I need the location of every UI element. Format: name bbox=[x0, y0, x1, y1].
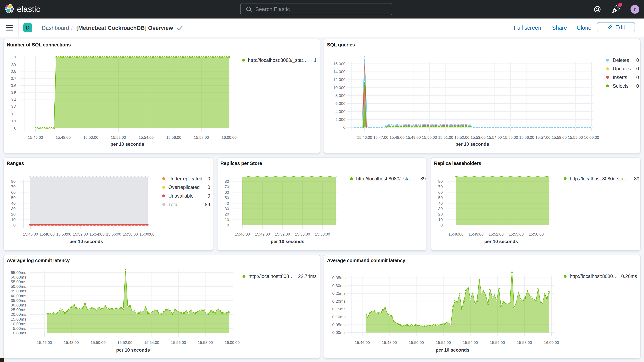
svg-text:15:48:00: 15:48:00 bbox=[40, 232, 54, 236]
svg-text:15:58:00: 15:58:00 bbox=[517, 340, 532, 345]
svg-text:5.00ms: 5.00ms bbox=[13, 326, 26, 330]
svg-text:15:52:00: 15:52:00 bbox=[111, 135, 126, 140]
svg-text:http://localhost:8080/_stat…: http://localhost:8080/_stat… bbox=[248, 58, 308, 63]
svg-text:15:49:00: 15:49:00 bbox=[255, 232, 270, 236]
svg-text:15:50:00: 15:50:00 bbox=[56, 232, 71, 236]
svg-text:0: 0 bbox=[440, 223, 443, 227]
svg-text:20: 20 bbox=[225, 212, 229, 216]
svg-text:16:00:00: 16:00:00 bbox=[225, 340, 240, 345]
svg-text:Deletes: Deletes bbox=[613, 58, 629, 63]
svg-text:4,000: 4,000 bbox=[335, 109, 346, 114]
svg-text:per 10 seconds: per 10 seconds bbox=[110, 142, 144, 147]
svg-text:15:58:00: 15:58:00 bbox=[552, 135, 567, 140]
svg-text:0: 0 bbox=[13, 223, 16, 227]
svg-text:15:52:00: 15:52:00 bbox=[73, 232, 88, 236]
svg-text:15:50:00: 15:50:00 bbox=[409, 340, 424, 345]
svg-text:50.00ms: 50.00ms bbox=[10, 284, 26, 288]
svg-text:2,000: 2,000 bbox=[335, 117, 346, 122]
svg-text:15:54:00: 15:54:00 bbox=[139, 135, 154, 140]
svg-text:15:59:00: 15:59:00 bbox=[568, 135, 583, 140]
svg-text:0.5: 0.5 bbox=[11, 90, 16, 95]
svg-text:15:46:00: 15:46:00 bbox=[23, 232, 38, 236]
svg-text:15:57:00: 15:57:00 bbox=[536, 135, 550, 140]
svg-text:0.30ms: 0.30ms bbox=[332, 283, 346, 288]
svg-text:50: 50 bbox=[11, 196, 16, 200]
svg-text:0.4: 0.4 bbox=[11, 98, 16, 102]
svg-text:15:47:00: 15:47:00 bbox=[373, 135, 388, 140]
svg-text:15:55:00: 15:55:00 bbox=[503, 135, 518, 140]
svg-text:0: 0 bbox=[208, 176, 210, 182]
svg-text:15:48:00: 15:48:00 bbox=[382, 340, 397, 345]
svg-text:15.00ms: 15.00ms bbox=[10, 317, 26, 321]
svg-text:0.00ms: 0.00ms bbox=[332, 330, 346, 335]
svg-text:12,000: 12,000 bbox=[333, 77, 346, 82]
svg-text:0.26ms: 0.26ms bbox=[621, 274, 637, 279]
svg-text:15:52:00: 15:52:00 bbox=[488, 232, 504, 236]
svg-text:60: 60 bbox=[11, 190, 16, 194]
svg-text:45.00ms: 45.00ms bbox=[10, 289, 26, 293]
svg-text:15:56:00: 15:56:00 bbox=[166, 135, 181, 140]
svg-text:80: 80 bbox=[438, 179, 443, 184]
svg-text:0.9: 0.9 bbox=[11, 62, 16, 66]
svg-text:15:49:00: 15:49:00 bbox=[406, 135, 421, 140]
svg-text:0: 0 bbox=[636, 74, 639, 80]
svg-text:0.25ms: 0.25ms bbox=[332, 291, 346, 296]
svg-text:0.00ms: 0.00ms bbox=[13, 331, 26, 335]
svg-text:1: 1 bbox=[314, 58, 316, 63]
svg-text:15:46:00: 15:46:00 bbox=[355, 340, 370, 345]
svg-text:per 10 seconds: per 10 seconds bbox=[456, 142, 489, 147]
svg-text:per 10 seconds: per 10 seconds bbox=[484, 239, 518, 244]
svg-text:80: 80 bbox=[11, 179, 16, 184]
svg-text:15:48:00: 15:48:00 bbox=[56, 135, 71, 140]
svg-text:http://localhost:8080/_sta…: http://localhost:8080/_sta… bbox=[356, 176, 414, 182]
svg-text:16:00:00: 16:00:00 bbox=[222, 135, 236, 140]
svg-text:60: 60 bbox=[225, 190, 229, 194]
svg-text:http://localhost:8080/_sta…: http://localhost:8080/_sta… bbox=[570, 176, 628, 182]
svg-text:40: 40 bbox=[225, 201, 229, 206]
svg-text:16,000: 16,000 bbox=[333, 62, 346, 66]
svg-text:15:52:00: 15:52:00 bbox=[118, 340, 132, 345]
svg-text:0: 0 bbox=[14, 126, 16, 130]
svg-text:15:46:00: 15:46:00 bbox=[37, 340, 52, 345]
svg-text:50: 50 bbox=[438, 196, 443, 200]
svg-text:15:58:00: 15:58:00 bbox=[198, 340, 213, 345]
svg-text:per 10 seconds: per 10 seconds bbox=[116, 347, 150, 352]
svg-text:15:48:00: 15:48:00 bbox=[390, 135, 404, 140]
svg-text:10.00ms: 10.00ms bbox=[10, 322, 26, 326]
svg-text:35.00ms: 35.00ms bbox=[10, 298, 26, 303]
svg-text:0.6: 0.6 bbox=[11, 83, 16, 88]
svg-text:Overreplicated: Overreplicated bbox=[168, 184, 200, 190]
svg-text:0.1: 0.1 bbox=[11, 119, 16, 123]
svg-text:0.05ms: 0.05ms bbox=[332, 322, 346, 327]
svg-text:65.00ms: 65.00ms bbox=[10, 270, 26, 275]
svg-text:Underreplicated: Underreplicated bbox=[168, 176, 202, 182]
svg-text:16:00:00: 16:00:00 bbox=[584, 135, 599, 140]
svg-text:40.00ms: 40.00ms bbox=[10, 294, 26, 298]
svg-text:15:55:00: 15:55:00 bbox=[295, 232, 310, 236]
svg-text:15:55:00: 15:55:00 bbox=[509, 232, 524, 236]
svg-text:15:46:00: 15:46:00 bbox=[357, 135, 372, 140]
svg-text:15:50:00: 15:50:00 bbox=[422, 135, 437, 140]
svg-text:8,000: 8,000 bbox=[335, 93, 346, 98]
svg-text:15:54:00: 15:54:00 bbox=[463, 340, 478, 345]
svg-text:0.35ms: 0.35ms bbox=[332, 276, 346, 280]
svg-text:http://localhost:8080…: http://localhost:8080… bbox=[570, 274, 618, 279]
svg-text:15:58:00: 15:58:00 bbox=[194, 135, 209, 140]
svg-text:15:56:00: 15:56:00 bbox=[106, 232, 121, 236]
svg-text:30.00ms: 30.00ms bbox=[10, 303, 26, 307]
svg-text:89: 89 bbox=[205, 202, 210, 207]
svg-text:0.10ms: 0.10ms bbox=[332, 314, 346, 319]
svg-text:0.20ms: 0.20ms bbox=[332, 299, 346, 304]
svg-text:15:50:00: 15:50:00 bbox=[90, 340, 106, 345]
svg-text:89: 89 bbox=[634, 176, 639, 182]
svg-text:10,000: 10,000 bbox=[333, 86, 346, 90]
svg-text:20.00ms: 20.00ms bbox=[10, 312, 26, 316]
svg-text:80: 80 bbox=[225, 179, 229, 184]
svg-text:1: 1 bbox=[14, 55, 16, 59]
svg-text:15:58:00: 15:58:00 bbox=[315, 232, 330, 236]
svg-text:15:52:00: 15:52:00 bbox=[275, 232, 290, 236]
svg-text:30: 30 bbox=[438, 206, 443, 211]
svg-text:14,000: 14,000 bbox=[333, 70, 346, 74]
svg-text:15:46:00: 15:46:00 bbox=[235, 232, 250, 236]
svg-text:15:51:00: 15:51:00 bbox=[438, 135, 453, 140]
